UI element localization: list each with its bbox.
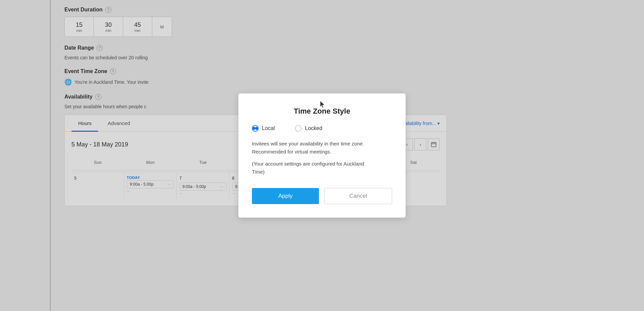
radio-local-label: Local: [262, 125, 275, 131]
modal-buttons: Apply Cancel: [252, 188, 392, 204]
modal-overlay: Time Zone Style Local Locked Invitees wi…: [0, 0, 644, 311]
cancel-button[interactable]: Cancel: [324, 188, 392, 204]
time-zone-style-modal: Time Zone Style Local Locked Invitees wi…: [238, 93, 406, 218]
radio-locked-circle: [295, 125, 302, 132]
modal-description: Invitees will see your availability in t…: [252, 140, 392, 156]
radio-locked-label: Locked: [305, 125, 322, 131]
modal-title: Time Zone Style: [252, 107, 392, 116]
radio-locked[interactable]: Locked: [295, 125, 322, 132]
radio-group: Local Locked: [252, 125, 392, 132]
radio-local-circle: [252, 125, 259, 132]
apply-button[interactable]: Apply: [252, 188, 319, 204]
radio-local[interactable]: Local: [252, 125, 275, 132]
modal-note: (Your account settings are configured fo…: [252, 160, 392, 176]
